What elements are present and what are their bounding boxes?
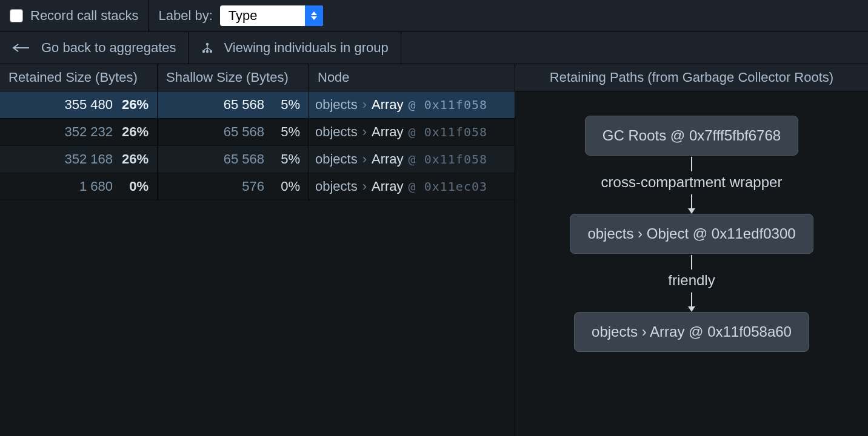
path-edge-label: friendly <box>668 269 715 292</box>
node-type: Array <box>372 97 404 113</box>
path-edge: friendly <box>668 254 715 312</box>
shallow-size: 65 568 <box>224 97 264 113</box>
record-call-stacks-group: Record call stacks <box>0 0 149 31</box>
toolbar: Record call stacks Label by: Type <box>0 0 868 32</box>
col-header-retained[interactable]: Retained Size (Bytes) <box>0 64 158 91</box>
table-header: Retained Size (Bytes) Shallow Size (Byte… <box>0 64 515 91</box>
chevron-right-icon: › <box>362 151 367 167</box>
label-by-group: Label by: Type <box>149 0 333 31</box>
label-by-select[interactable]: Type <box>220 5 323 26</box>
tree-icon <box>201 42 213 54</box>
path-edge-label: cross-compartment wrapper <box>601 171 783 194</box>
svg-point-5 <box>205 50 208 53</box>
node-type: Array <box>372 151 404 167</box>
table-row[interactable]: 352 168 26% 65 568 5% objects › Array @ … <box>0 146 515 173</box>
retained-size: 355 480 <box>64 97 113 113</box>
select-stepper-icon <box>305 5 323 26</box>
arrow-left-icon <box>12 44 30 52</box>
svg-point-3 <box>205 43 208 45</box>
node-category: objects <box>315 179 358 194</box>
arrow-down-icon <box>688 306 695 312</box>
back-label: Go back to aggregates <box>41 40 176 56</box>
arrow-down-icon <box>688 208 695 214</box>
chevron-right-icon: › <box>362 124 367 140</box>
retained-pct: 26% <box>115 124 149 140</box>
path-node-array[interactable]: objects › Array @ 0x11f058a60 <box>574 312 809 352</box>
node-category: objects <box>315 97 358 113</box>
svg-point-4 <box>202 50 204 53</box>
label-by-label: Label by: <box>159 8 213 24</box>
node-type: Array <box>372 124 404 140</box>
retained-size: 352 168 <box>64 151 113 167</box>
path-edge: cross-compartment wrapper <box>601 156 783 214</box>
chevron-right-icon: › <box>362 97 367 113</box>
viewing-status: Viewing individuals in group <box>189 32 401 64</box>
col-header-node[interactable]: Node <box>309 64 515 91</box>
record-call-stacks-checkbox[interactable] <box>10 9 23 22</box>
table-row[interactable]: 1 680 0% 576 0% objects › Array @ 0x11ec… <box>0 173 515 200</box>
node-category: objects <box>315 151 358 167</box>
path-node-gc-roots[interactable]: GC Roots @ 0x7fff5fbf6768 <box>585 116 798 156</box>
shallow-pct: 5% <box>267 124 300 140</box>
shallow-size: 576 <box>242 179 264 194</box>
retaining-paths-panel: Retaining Paths (from Garbage Collector … <box>515 64 868 436</box>
retained-pct: 26% <box>115 97 149 113</box>
shallow-size: 65 568 <box>224 124 264 140</box>
svg-point-6 <box>209 50 212 53</box>
retaining-paths-title: Retaining Paths (from Garbage Collector … <box>515 64 868 91</box>
chevron-right-icon: › <box>362 179 367 194</box>
shallow-pct: 5% <box>267 151 300 167</box>
node-address: @ 0x11f058 <box>409 97 487 112</box>
subtoolbar: Go back to aggregates Viewing individual… <box>0 32 868 64</box>
node-address: @ 0x11f058 <box>409 152 487 167</box>
col-header-shallow[interactable]: Shallow Size (Bytes) <box>158 64 309 91</box>
record-call-stacks-label: Record call stacks <box>30 8 139 24</box>
retained-size: 1 680 <box>79 179 113 194</box>
node-address: @ 0x11f058 <box>409 125 487 139</box>
table-row[interactable]: 355 480 26% 65 568 5% objects › Array @ … <box>0 91 515 119</box>
retained-pct: 26% <box>115 151 149 167</box>
retaining-path-graph: GC Roots @ 0x7fff5fbf6768 cross-compartm… <box>515 91 868 436</box>
svg-marker-1 <box>311 16 317 20</box>
shallow-pct: 5% <box>267 97 300 113</box>
viewing-label: Viewing individuals in group <box>224 40 389 56</box>
node-type: Array <box>372 179 404 194</box>
label-by-value: Type <box>220 8 305 24</box>
shallow-size: 65 568 <box>224 151 264 167</box>
back-button[interactable]: Go back to aggregates <box>0 32 189 64</box>
table-row[interactable]: 352 232 26% 65 568 5% objects › Array @ … <box>0 119 515 146</box>
shallow-pct: 0% <box>267 179 300 194</box>
svg-marker-0 <box>311 12 317 15</box>
path-node-object[interactable]: objects › Object @ 0x11edf0300 <box>570 214 813 254</box>
objects-table: Retained Size (Bytes) Shallow Size (Byte… <box>0 64 515 436</box>
node-address: @ 0x11ec03 <box>409 179 487 194</box>
table-body: 355 480 26% 65 568 5% objects › Array @ … <box>0 91 515 200</box>
node-category: objects <box>315 124 358 140</box>
retained-size: 352 232 <box>64 124 113 140</box>
retained-pct: 0% <box>115 179 149 194</box>
